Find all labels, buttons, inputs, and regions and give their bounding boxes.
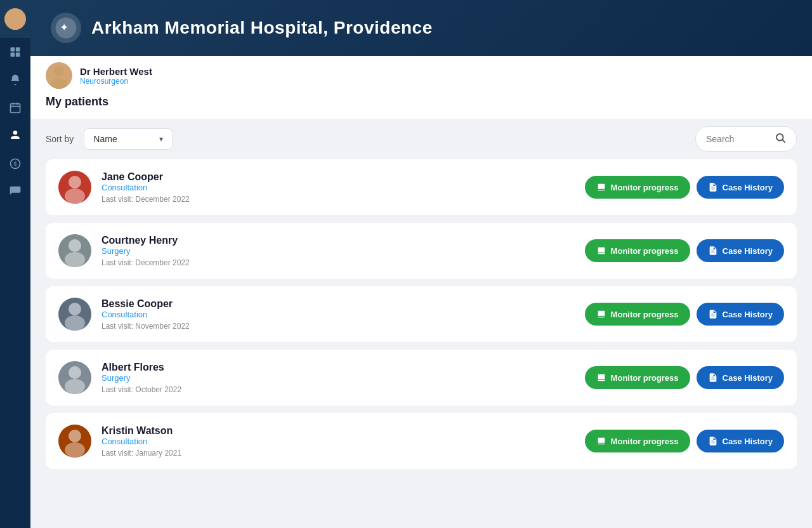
patient-avatar-jane-cooper <box>58 171 91 204</box>
hospital-logo: ✦ <box>51 13 81 43</box>
svg-rect-3 <box>16 48 20 52</box>
monitor-progress-button-albert-flores[interactable]: Monitor progress <box>585 366 690 389</box>
patient-type-kristin-watson: Consultation <box>102 437 585 446</box>
doctor-avatar <box>46 62 72 89</box>
monitor-progress-button-jane-cooper[interactable]: Monitor progress <box>585 176 690 199</box>
patient-avatar-albert-flores <box>58 361 91 394</box>
patient-actions-courtney-henry: Monitor progress Case History <box>585 239 784 262</box>
patient-last-visit-bessie-cooper: Last visit: November 2022 <box>102 322 585 331</box>
sidebar-item-calendar[interactable] <box>0 94 30 122</box>
doctor-avatar-small <box>4 8 26 30</box>
main-wrapper: ✦ Arkham Memorial Hospital, Providence D… <box>30 0 812 528</box>
patient-name-kristin-watson: Kristin Watson <box>102 425 585 437</box>
patient-last-visit-albert-flores: Last visit: October 2022 <box>102 385 585 394</box>
doctor-top-row: Dr Herbert West Neurosurgeon <box>30 56 812 89</box>
patient-name-albert-flores: Albert Flores <box>102 362 585 373</box>
patient-type-courtney-henry: Surgery <box>102 246 585 256</box>
monitor-progress-button-kristin-watson[interactable]: Monitor progress <box>585 430 690 452</box>
patient-last-visit-courtney-henry: Last visit: December 2022 <box>102 258 585 267</box>
svg-point-19 <box>65 188 85 204</box>
case-history-button-bessie-cooper[interactable]: Case History <box>697 303 784 326</box>
sort-dropdown[interactable]: Name ▾ <box>84 128 173 150</box>
patient-card-albert-flores: Albert Flores Surgery Last visit: Octobe… <box>46 350 797 406</box>
patient-name-jane-cooper: Jane Cooper <box>102 171 585 183</box>
svg-rect-6 <box>11 103 20 112</box>
patient-list: Jane Cooper Consultation Last visit: Dec… <box>30 159 812 528</box>
monitor-progress-button-bessie-cooper[interactable]: Monitor progress <box>585 303 690 326</box>
sidebar: $ <box>0 0 30 528</box>
case-history-button-jane-cooper[interactable]: Case History <box>697 176 784 199</box>
svg-rect-5 <box>16 53 20 57</box>
case-history-button-albert-flores[interactable]: Case History <box>697 366 784 389</box>
svg-text:$: $ <box>14 161 17 167</box>
svg-line-17 <box>782 140 785 142</box>
svg-point-18 <box>69 176 81 188</box>
svg-point-21 <box>65 252 85 267</box>
patient-card-jane-cooper: Jane Cooper Consultation Last visit: Dec… <box>46 159 797 215</box>
svg-point-0 <box>11 12 20 20</box>
sidebar-item-patients[interactable] <box>0 122 30 150</box>
sidebar-avatar-area <box>0 0 30 38</box>
sort-dropdown-arrow: ▾ <box>159 135 163 143</box>
patient-avatar-courtney-henry <box>58 234 91 267</box>
svg-point-24 <box>69 366 81 379</box>
patient-actions-kristin-watson: Monitor progress Case History <box>585 430 784 452</box>
search-box[interactable] <box>695 126 797 152</box>
search-icon[interactable] <box>775 132 786 146</box>
patient-type-albert-flores: Surgery <box>102 373 585 383</box>
header-banner: ✦ Arkham Memorial Hospital, Providence <box>30 0 812 56</box>
case-history-button-kristin-watson[interactable]: Case History <box>697 430 784 452</box>
patient-info-courtney-henry: Courtney Henry Surgery Last visit: Decem… <box>102 235 585 267</box>
patient-info-bessie-cooper: Bessie Cooper Consultation Last visit: N… <box>102 298 585 331</box>
doctor-specialty: Neurosurgeon <box>80 77 152 86</box>
patient-avatar-bessie-cooper <box>58 298 91 331</box>
svg-rect-2 <box>11 48 15 52</box>
sort-by-label: Sort by <box>46 134 74 144</box>
patient-actions-bessie-cooper: Monitor progress Case History <box>585 303 784 326</box>
patient-card-kristin-watson: Kristin Watson Consultation Last visit: … <box>46 413 797 469</box>
page-title: My patients <box>46 89 797 112</box>
sidebar-item-notifications[interactable] <box>0 66 30 94</box>
patient-type-jane-cooper: Consultation <box>102 183 585 192</box>
svg-point-15 <box>51 79 67 89</box>
svg-point-14 <box>54 66 64 76</box>
patient-last-visit-kristin-watson: Last visit: January 2021 <box>102 449 585 458</box>
content-area: Dr Herbert West Neurosurgeon My patients… <box>30 56 812 528</box>
hospital-logo-icon: ✦ <box>55 16 77 39</box>
patient-last-visit-jane-cooper: Last visit: December 2022 <box>102 195 585 204</box>
patient-info-albert-flores: Albert Flores Surgery Last visit: Octobe… <box>102 362 585 394</box>
svg-point-27 <box>65 442 85 458</box>
doctor-details: Dr Herbert West Neurosurgeon <box>80 66 152 86</box>
patient-avatar-kristin-watson <box>58 425 91 458</box>
sidebar-item-billing[interactable]: $ <box>0 150 30 178</box>
sort-dropdown-value: Name <box>93 134 117 144</box>
svg-point-1 <box>8 22 22 30</box>
sidebar-item-messages[interactable] <box>0 178 30 206</box>
patient-name-bessie-cooper: Bessie Cooper <box>102 298 585 310</box>
svg-point-22 <box>69 303 81 315</box>
patient-name-courtney-henry: Courtney Henry <box>102 235 585 246</box>
patient-card-bessie-cooper: Bessie Cooper Consultation Last visit: N… <box>46 286 797 342</box>
patient-type-bessie-cooper: Consultation <box>102 310 585 319</box>
search-input[interactable] <box>706 134 769 144</box>
sidebar-item-dashboard[interactable] <box>0 38 30 66</box>
toolbar: Sort by Name ▾ <box>30 119 812 159</box>
svg-point-26 <box>69 430 81 442</box>
monitor-progress-button-courtney-henry[interactable]: Monitor progress <box>585 239 690 262</box>
doctor-face-icon <box>46 62 72 89</box>
svg-point-16 <box>776 134 783 141</box>
patient-info-jane-cooper: Jane Cooper Consultation Last visit: Dec… <box>102 171 585 204</box>
patient-actions-jane-cooper: Monitor progress Case History <box>585 176 784 199</box>
case-history-button-courtney-henry[interactable]: Case History <box>697 239 784 262</box>
svg-point-25 <box>65 379 85 394</box>
svg-point-20 <box>69 239 81 252</box>
svg-rect-4 <box>11 53 15 57</box>
hospital-name: Arkham Memorial Hospital, Providence <box>91 18 433 38</box>
patient-card-courtney-henry: Courtney Henry Surgery Last visit: Decem… <box>46 223 797 279</box>
patient-actions-albert-flores: Monitor progress Case History <box>585 366 784 389</box>
doctor-name: Dr Herbert West <box>80 66 152 77</box>
svg-text:✦: ✦ <box>60 22 69 33</box>
svg-point-23 <box>65 315 85 331</box>
doctor-panel: My patients <box>30 89 812 119</box>
patient-info-kristin-watson: Kristin Watson Consultation Last visit: … <box>102 425 585 458</box>
